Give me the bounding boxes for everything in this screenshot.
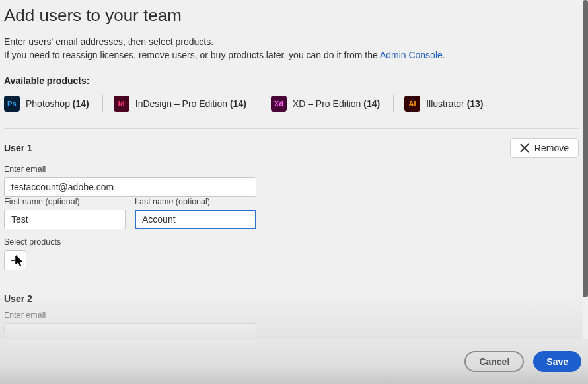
scroll-area[interactable]: Add users to your team Enter users' emai… xyxy=(0,0,583,344)
footer: Cancel Save xyxy=(0,339,588,384)
close-icon xyxy=(520,143,529,153)
product-photoshop: Ps Photoshop (14) xyxy=(4,96,101,112)
product-illustrator: Ai Illustrator (13) xyxy=(404,96,495,112)
first-name-input[interactable] xyxy=(4,210,126,229)
products-row: Ps Photoshop (14) Id InDesign – Pro Edit… xyxy=(4,95,579,112)
scrollbar-track[interactable] xyxy=(583,0,588,334)
user2-title: User 2 xyxy=(4,293,32,304)
separator xyxy=(393,95,394,112)
cancel-button[interactable]: Cancel xyxy=(464,351,524,372)
product-xd: Xd XD – Pro Edition (14) xyxy=(271,96,392,112)
admin-console-link[interactable]: Admin Console xyxy=(380,50,443,60)
separator xyxy=(260,95,260,112)
product-name: XD – Pro Edition (14) xyxy=(293,98,380,109)
user1-title: User 1 xyxy=(4,143,32,153)
xd-icon: Xd xyxy=(271,96,287,112)
email-label: Enter email xyxy=(4,165,256,174)
remove-user-button[interactable]: Remove xyxy=(510,138,579,158)
product-indesign: Id InDesign – Pro Edition (14) xyxy=(114,96,258,112)
first-name-label: First name (optional) xyxy=(4,197,126,206)
user-block-2: User 2 Enter email xyxy=(4,293,579,343)
user-block-1: User 1 Remove Enter email First name (op… xyxy=(4,138,579,270)
intro-line1: Enter users' email addresses, then selec… xyxy=(4,35,579,48)
illustrator-icon: Ai xyxy=(404,96,420,112)
indesign-icon: Id xyxy=(114,96,129,112)
photoshop-icon: Ps xyxy=(4,96,20,112)
remove-label: Remove xyxy=(534,143,569,153)
page-title: Add users to your team xyxy=(4,5,579,26)
select-products-label: Select products xyxy=(4,237,579,247)
separator xyxy=(102,95,103,112)
email-label: Enter email xyxy=(4,311,256,320)
email-input[interactable] xyxy=(4,177,256,197)
available-products-label: Available products: xyxy=(4,75,579,86)
product-name: Illustrator (13) xyxy=(426,98,483,109)
divider xyxy=(4,128,579,129)
plus-icon xyxy=(11,256,20,265)
save-button[interactable]: Save xyxy=(533,351,581,372)
add-product-button[interactable] xyxy=(4,250,26,270)
divider xyxy=(4,284,579,284)
intro-line2: If you need to reassign licenses, remove… xyxy=(4,48,579,61)
product-name: InDesign – Pro Edition (14) xyxy=(135,98,246,109)
last-name-label: Last name (optional) xyxy=(135,197,256,206)
intro-text: Enter users' email addresses, then selec… xyxy=(4,35,579,62)
scrollbar-thumb[interactable] xyxy=(583,0,588,297)
last-name-input[interactable] xyxy=(135,210,256,229)
product-name: Photoshop (14) xyxy=(26,98,89,109)
